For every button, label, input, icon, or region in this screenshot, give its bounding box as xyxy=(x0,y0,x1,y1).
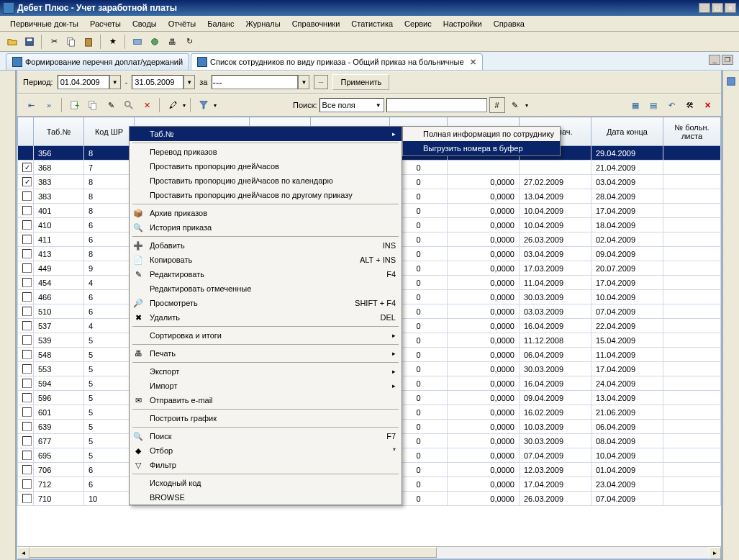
row-checkbox[interactable] xyxy=(22,249,32,258)
grid-icon[interactable]: ▤ xyxy=(645,97,661,113)
row-checkbox[interactable] xyxy=(22,335,32,345)
window-icon[interactable]: ▦ xyxy=(627,97,643,113)
ctx-item[interactable]: 🔍ПоискF7 xyxy=(130,429,402,443)
date-to-dropdown[interactable]: ▼ xyxy=(183,75,195,89)
apply-button[interactable]: Применить xyxy=(332,74,389,90)
ctx-item[interactable]: Построить график xyxy=(130,411,402,425)
ctx-item[interactable]: ▽Фильтр xyxy=(130,458,402,472)
close-x-icon[interactable]: ✕ xyxy=(699,97,715,113)
ctx-item[interactable]: Проставить пропорцию дней/часов по кален… xyxy=(130,173,402,188)
menu-Расчеты[interactable]: Расчеты xyxy=(84,17,127,30)
ctx-item[interactable]: ✉Отправить e-mail xyxy=(130,393,402,407)
search-field-combo[interactable]: Все поля▼ xyxy=(319,98,384,112)
tab-close-icon[interactable]: ✕ xyxy=(470,58,476,67)
delete-icon[interactable]: ✕ xyxy=(139,97,155,113)
tool2-icon[interactable] xyxy=(147,34,163,50)
ctx-item[interactable]: ✖УдалитьDEL xyxy=(130,310,402,325)
za-dropdown[interactable]: ▼ xyxy=(298,75,309,89)
row-checkbox[interactable] xyxy=(22,263,32,273)
row-checkbox[interactable] xyxy=(22,494,32,503)
row-checkbox[interactable] xyxy=(22,220,32,230)
ctx-item[interactable]: Редактировать отмеченные xyxy=(130,281,402,296)
row-checkbox[interactable] xyxy=(22,393,32,402)
row-checkbox[interactable] xyxy=(22,177,32,186)
print-icon[interactable]: 🖶 xyxy=(164,34,180,50)
nav-prev-icon[interactable]: » xyxy=(41,97,57,113)
row-checkbox[interactable] xyxy=(22,321,32,330)
menu-Справочники[interactable]: Справочники xyxy=(286,17,346,30)
row-checkbox[interactable] xyxy=(22,479,32,489)
ctx-item[interactable]: ◆Отбор* xyxy=(130,443,402,458)
nav-first-icon[interactable]: ⇤ xyxy=(23,97,39,113)
menu-Баланс[interactable]: Баланс xyxy=(201,17,240,30)
menu-Справка[interactable]: Справка xyxy=(488,17,530,30)
ctx-title[interactable]: Таб.№▸ xyxy=(130,127,402,141)
tab-restore[interactable]: ❐ xyxy=(722,55,733,65)
tool1-icon[interactable] xyxy=(130,34,145,50)
row-checkbox[interactable] xyxy=(22,350,32,359)
add-icon[interactable]: + xyxy=(67,97,83,113)
ctx-item[interactable]: Перевод приказов xyxy=(130,145,402,159)
row-checkbox[interactable] xyxy=(22,235,32,244)
row-checkbox[interactable] xyxy=(22,379,32,388)
close-button[interactable]: ✕ xyxy=(725,3,736,13)
menu-Отчёты[interactable]: Отчёты xyxy=(163,17,201,30)
maximize-button[interactable]: □ xyxy=(712,3,723,13)
tab-minimize[interactable]: _ xyxy=(709,55,720,65)
cut-icon[interactable]: ✂ xyxy=(46,34,62,50)
menu-Сервис[interactable]: Сервис xyxy=(399,17,437,30)
menu-Настройки[interactable]: Настройки xyxy=(437,17,488,30)
hammer-icon[interactable]: 🛠 xyxy=(681,97,697,113)
copy-icon[interactable] xyxy=(63,34,79,50)
menu-Своды[interactable]: Своды xyxy=(127,17,163,30)
submenu-item[interactable]: Выгрузить номера в буфер xyxy=(403,141,560,155)
column-header[interactable]: Код ШР xyxy=(84,117,135,146)
row-checkbox[interactable] xyxy=(22,407,32,417)
menu-Журналы[interactable]: Журналы xyxy=(240,17,286,30)
row-checkbox[interactable] xyxy=(22,191,32,201)
ctx-item[interactable]: 🔍История приказа xyxy=(130,220,402,235)
date-to-input[interactable] xyxy=(132,75,183,89)
copy-row-icon[interactable] xyxy=(85,97,101,113)
row-checkbox[interactable] xyxy=(22,206,32,215)
save-icon[interactable] xyxy=(22,34,37,50)
ctx-item[interactable]: 🔎ПросмотретьSHIFT + F4 xyxy=(130,296,402,310)
ctx-item[interactable]: BROWSE xyxy=(130,490,402,505)
date-from-dropdown[interactable]: ▼ xyxy=(109,75,121,89)
column-header[interactable] xyxy=(18,117,34,146)
ctx-item[interactable]: 📦Архив приказов xyxy=(130,206,402,220)
gutter-icon-1[interactable] xyxy=(723,73,739,89)
row-checkbox[interactable] xyxy=(22,465,32,474)
paste-icon[interactable] xyxy=(81,34,96,50)
za-combo[interactable] xyxy=(212,75,298,89)
horizontal-scrollbar[interactable]: ◄ ► xyxy=(17,546,721,559)
undo-icon[interactable]: ↶ xyxy=(663,97,679,113)
ctx-item[interactable]: Проставить пропорцию дней/часов по друго… xyxy=(130,188,402,202)
menu-Статистика[interactable]: Статистика xyxy=(345,17,399,30)
row-checkbox[interactable] xyxy=(22,422,32,431)
ctx-item[interactable]: Сортировка и итоги▸ xyxy=(130,328,402,343)
ctx-item[interactable]: Проставить пропорцию дней/часов xyxy=(130,159,402,173)
funnel-icon[interactable] xyxy=(196,97,212,113)
date-from-input[interactable] xyxy=(58,75,109,89)
row-checkbox[interactable] xyxy=(22,451,32,460)
ellipsis-button[interactable]: ⋯ xyxy=(314,75,328,89)
column-header[interactable]: Дата конца xyxy=(591,117,663,146)
row-checkbox[interactable] xyxy=(22,278,32,287)
pencil-icon[interactable]: ✎ xyxy=(507,97,523,113)
search-go-icon[interactable]: # xyxy=(489,97,505,113)
highlight-icon[interactable]: 🖍 xyxy=(165,97,181,113)
row-checkbox[interactable] xyxy=(22,163,32,172)
edit-icon[interactable]: ✎ xyxy=(103,97,119,113)
open-icon[interactable] xyxy=(4,34,20,50)
column-header[interactable]: № больн. листа xyxy=(663,117,721,146)
ctx-item[interactable]: 📄КопироватьALT + INS xyxy=(130,253,402,267)
column-header[interactable]: Таб.№ xyxy=(34,117,84,146)
bookmark-icon[interactable]: ★ xyxy=(105,34,121,50)
ctx-item[interactable]: ➕ДобавитьINS xyxy=(130,238,402,253)
minimize-button[interactable]: _ xyxy=(699,3,710,13)
submenu-item[interactable]: Полная информация по сотруднику xyxy=(403,127,560,141)
ctx-item[interactable]: 🖶Печать▸ xyxy=(130,346,402,361)
view-icon[interactable] xyxy=(121,97,137,113)
ctx-item[interactable]: Импорт▸ xyxy=(130,379,402,393)
